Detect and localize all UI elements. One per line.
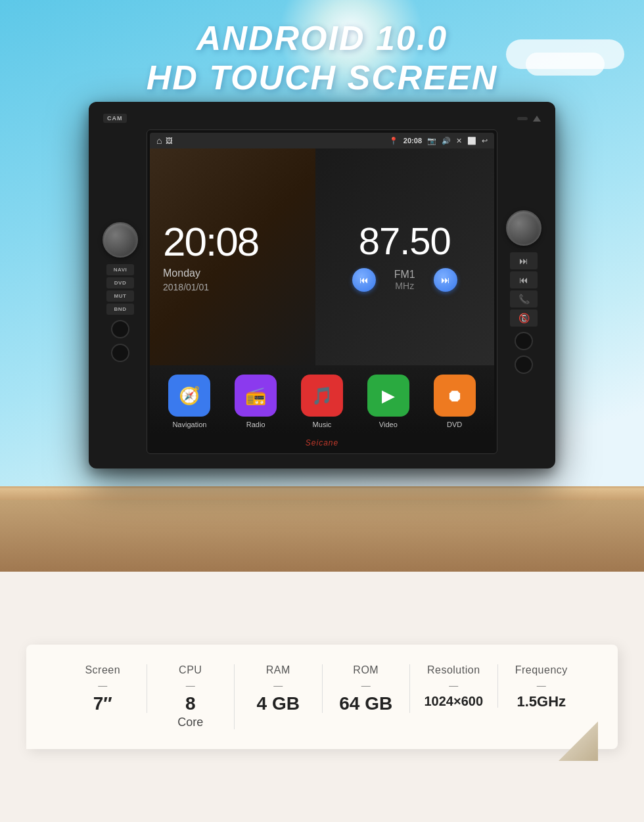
wooden-shelf — [0, 486, 644, 572]
stereo-outer: CAM NAVI DVD MUT BND — [89, 102, 555, 468]
radio-controls: ⏮ FM1 MHz ⏭ — [352, 268, 457, 292]
spec-screen-dash: — — [98, 680, 107, 691]
bnd-button[interactable]: BND — [106, 304, 134, 315]
back-icon[interactable]: ↩ — [482, 137, 488, 145]
spec-rom-dash: — — [361, 680, 371, 691]
spec-frequency-label: Frequency — [515, 664, 568, 676]
app-dvd[interactable]: ⏺ DVD — [434, 375, 476, 428]
radio-panel: 87.50 ⏮ FM1 MHz ⏭ — [315, 148, 494, 365]
spec-cpu: CPU — 8 Core — [147, 664, 235, 729]
stereo-topbar: CAM — [98, 114, 546, 129]
spec-ram-label: RAM — [266, 664, 290, 676]
app-radio[interactable]: 📻 Radio — [235, 375, 277, 428]
app-video[interactable]: ▶ Video — [367, 375, 409, 428]
location-icon: 📍 — [389, 137, 398, 145]
screen-bezel: ⌂ 🖼 📍 20:08 📷 🔊 ✕ ⬜ ↩ — [147, 129, 497, 454]
spec-cpu-sub: Core — [177, 716, 203, 729]
spec-frequency: Frequency — 1.5GHz — [498, 664, 586, 709]
app-navigation[interactable]: 🧭 Navigation — [168, 375, 210, 428]
spec-frequency-value: 1.5GHz — [517, 695, 566, 709]
status-left: ⌂ 🖼 — [156, 135, 173, 146]
hole-4 — [515, 355, 533, 374]
right-knob[interactable] — [506, 210, 541, 246]
spec-screen: Screen — 7″ — [59, 664, 147, 713]
home-icon[interactable]: ⌂ — [156, 135, 162, 146]
specs-paper: Screen — 7″ CPU — 8 Core RAM — 4 GB ROM … — [26, 645, 618, 749]
call-button[interactable]: 📞 — [510, 290, 538, 308]
spec-cpu-label: CPU — [179, 664, 202, 676]
clock-time: 20:08 — [163, 221, 302, 262]
spec-resolution-dash: — — [449, 680, 458, 691]
radio-frequency: 87.50 — [359, 222, 451, 260]
cam-label: CAM — [103, 114, 127, 123]
title-line2: HD TOUCH SCREEN — [0, 58, 644, 97]
spec-rom-label: ROM — [353, 664, 379, 676]
spec-ram-dash: — — [273, 680, 283, 691]
mounting-holes-right — [515, 332, 533, 374]
hero-title: ANDROID 10.0 HD TOUCH SCREEN — [0, 18, 644, 97]
stereo-body: NAVI DVD MUT BND — [98, 129, 546, 454]
gallery-icon: 🖼 — [166, 137, 173, 145]
spec-resolution: Resolution — 1024×600 — [410, 664, 498, 708]
spec-cpu-value: 8 — [185, 695, 196, 713]
eject-indicator — [533, 116, 541, 122]
dvd-app-label: DVD — [447, 421, 462, 428]
specs-grid: Screen — 7″ CPU — 8 Core RAM — 4 GB ROM … — [59, 664, 585, 729]
mounting-holes-left — [111, 320, 129, 362]
left-controls: NAVI DVD MUT BND — [98, 222, 143, 362]
specs-section: Screen — 7″ CPU — 8 Core RAM — 4 GB ROM … — [0, 572, 644, 822]
spec-rom: ROM — 64 GB — [323, 664, 411, 713]
music-app-label: Music — [313, 421, 332, 428]
window-icon: ⬜ — [467, 137, 476, 145]
clock-date: 2018/01/01 — [163, 282, 302, 292]
side-buttons: NAVI DVD MUT BND — [106, 264, 134, 315]
app-music[interactable]: 🎵 Music — [301, 375, 343, 428]
dvd-app-icon: ⏺ — [434, 375, 476, 417]
right-button-group: ⏭ ⏮ 📞 📵 — [510, 252, 538, 327]
spec-cpu-dash: — — [186, 680, 195, 691]
watermark: Seicane — [150, 434, 494, 451]
music-app-icon: 🎵 — [301, 375, 343, 417]
dvd-button[interactable]: DVD — [106, 277, 134, 288]
radio-next-button[interactable]: ⏭ — [434, 268, 457, 292]
end-call-button[interactable]: 📵 — [510, 309, 538, 327]
screen-content: 20:08 Monday 2018/01/01 87.50 ⏮ — [150, 148, 494, 365]
screen: ⌂ 🖼 📍 20:08 📷 🔊 ✕ ⬜ ↩ — [150, 133, 494, 451]
radio-info: FM1 MHz — [394, 269, 415, 291]
camera-icon: 📷 — [427, 137, 436, 145]
spec-ram: RAM — 4 GB — [235, 664, 323, 713]
hole-2 — [111, 344, 129, 362]
clock-day: Monday — [163, 267, 302, 279]
left-knob[interactable] — [103, 222, 138, 258]
radio-prev-button[interactable]: ⏮ — [352, 268, 376, 292]
spec-ram-value: 4 GB — [257, 695, 300, 713]
hole-1 — [111, 320, 129, 338]
radio-unit: MHz — [395, 281, 414, 291]
next-track-button[interactable]: ⏭ — [510, 252, 538, 269]
navi-button[interactable]: NAVI — [106, 264, 134, 275]
title-line1: ANDROID 10.0 — [0, 18, 644, 58]
mut-button[interactable]: MUT — [106, 290, 134, 302]
radio-app-label: Radio — [246, 421, 265, 428]
status-right: 📍 20:08 📷 🔊 ✕ ⬜ ↩ — [389, 137, 488, 145]
spec-screen-value: 7″ — [93, 695, 112, 713]
right-controls: ⏭ ⏮ 📞 📵 — [501, 210, 546, 374]
apps-row: 🧭 Navigation 📻 Radio 🎵 Music — [150, 365, 494, 434]
video-app-label: Video — [379, 421, 398, 428]
clock-panel: 20:08 Monday 2018/01/01 — [150, 148, 315, 365]
spec-resolution-value: 1024×600 — [424, 695, 483, 708]
top-indicators — [517, 116, 541, 122]
spec-rom-value: 64 GB — [339, 695, 392, 713]
status-bar: ⌂ 🖼 📍 20:08 📷 🔊 ✕ ⬜ ↩ — [150, 133, 494, 148]
stereo-unit: CAM NAVI DVD MUT BND — [89, 102, 555, 468]
nav-app-label: Navigation — [172, 421, 206, 428]
radio-band: FM1 — [394, 269, 415, 281]
radio-app-icon: 📻 — [235, 375, 277, 417]
volume-icon: 🔊 — [442, 137, 451, 145]
hole-3 — [515, 332, 533, 350]
brand-watermark: Seicane — [306, 438, 338, 447]
hero-section: ANDROID 10.0 HD TOUCH SCREEN CAM NAVI — [0, 0, 644, 572]
spec-resolution-label: Resolution — [427, 664, 480, 676]
prev-track-button[interactable]: ⏮ — [510, 271, 538, 288]
dot-indicator-1 — [517, 117, 528, 120]
